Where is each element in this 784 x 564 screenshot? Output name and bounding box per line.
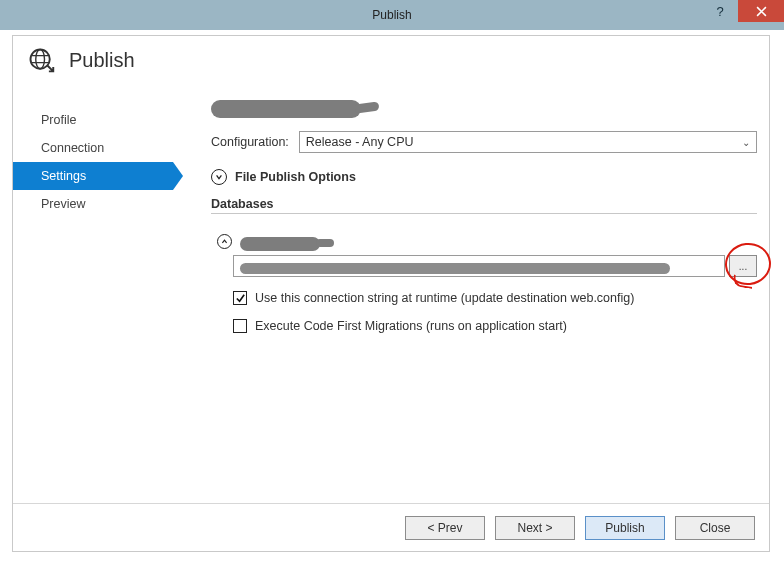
- prev-button[interactable]: < Prev: [405, 516, 485, 540]
- close-button[interactable]: [738, 0, 784, 22]
- svg-point-1: [36, 50, 45, 69]
- dialog-footer: < Prev Next > Publish Close: [13, 503, 769, 551]
- configuration-label: Configuration:: [211, 135, 289, 149]
- window-title: Publish: [372, 8, 411, 22]
- chevron-up-circle-icon: [217, 234, 232, 249]
- sidebar: Profile Connection Settings Preview: [13, 88, 173, 333]
- use-connection-string-label: Use this connection string at runtime (u…: [255, 291, 634, 305]
- sidebar-item-settings[interactable]: Settings: [13, 162, 173, 190]
- browse-connection-button[interactable]: ...: [729, 255, 757, 277]
- sidebar-item-preview[interactable]: Preview: [13, 190, 173, 218]
- redacted-database-name: [240, 237, 320, 251]
- browse-label: ...: [739, 261, 747, 272]
- sidebar-item-connection[interactable]: Connection: [13, 134, 173, 162]
- next-label: Next >: [517, 521, 552, 535]
- main-panel: Configuration: Release - Any CPU ⌄ File …: [173, 88, 769, 333]
- sidebar-item-label: Preview: [41, 197, 85, 211]
- file-publish-options-label: File Publish Options: [235, 170, 356, 184]
- prev-label: < Prev: [427, 521, 462, 535]
- close-dialog-button[interactable]: Close: [675, 516, 755, 540]
- help-button[interactable]: ?: [702, 0, 738, 22]
- close-label: Close: [700, 521, 731, 535]
- chevron-down-circle-icon: [211, 169, 227, 185]
- sidebar-item-profile[interactable]: Profile: [13, 106, 173, 134]
- dialog-title: Publish: [69, 49, 135, 72]
- execute-migrations-label: Execute Code First Migrations (runs on a…: [255, 319, 567, 333]
- database-entry-expander[interactable]: [217, 234, 757, 249]
- globe-icon: [27, 46, 55, 74]
- publish-button[interactable]: Publish: [585, 516, 665, 540]
- sidebar-item-label: Profile: [41, 113, 76, 127]
- databases-heading: Databases: [211, 197, 757, 211]
- redacted-connection-string: [240, 263, 670, 274]
- publish-label: Publish: [605, 521, 644, 535]
- next-button[interactable]: Next >: [495, 516, 575, 540]
- execute-migrations-checkbox[interactable]: [233, 319, 247, 333]
- chevron-down-icon: ⌄: [742, 137, 750, 148]
- redacted-profile-name: [211, 98, 757, 121]
- sidebar-item-label: Settings: [41, 169, 86, 183]
- connection-string-input[interactable]: [233, 255, 725, 277]
- sidebar-item-label: Connection: [41, 141, 104, 155]
- use-connection-string-checkbox[interactable]: [233, 291, 247, 305]
- configuration-select[interactable]: Release - Any CPU ⌄: [299, 131, 757, 153]
- configuration-value: Release - Any CPU: [306, 135, 414, 149]
- close-icon: [756, 6, 767, 17]
- dialog: Publish Profile Connection Settings Prev…: [12, 35, 770, 552]
- dialog-header: Publish: [13, 36, 769, 88]
- divider: [211, 213, 757, 214]
- file-publish-options-expander[interactable]: File Publish Options: [211, 169, 757, 185]
- title-bar: Publish ?: [0, 0, 784, 30]
